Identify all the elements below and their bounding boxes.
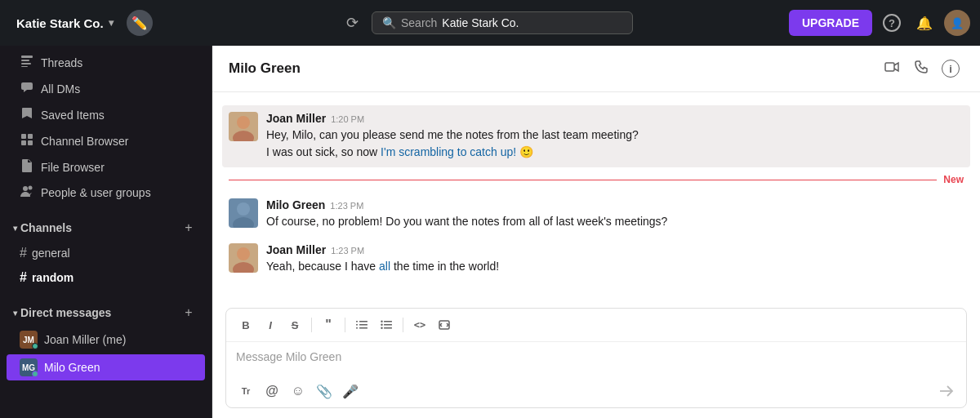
dm-item-milo[interactable]: MG Milo Green [7, 354, 205, 380]
search-bar[interactable]: 🔍 Search Katie Stark Co. [372, 11, 633, 34]
avatar-joan-1 [229, 112, 258, 141]
sidebar-item-saved[interactable]: Saved Items [7, 102, 205, 127]
channels-section-header[interactable]: ▾ Channels + [0, 211, 212, 241]
saved-icon [20, 107, 34, 122]
svg-marker-5 [24, 90, 27, 92]
msg-text-2: Of course, no problem! Do you want the n… [266, 213, 964, 230]
svg-point-10 [23, 186, 28, 191]
svg-point-11 [29, 186, 33, 190]
svg-rect-21 [359, 327, 368, 329]
blockquote-button[interactable]: " [317, 314, 340, 336]
msg-author-3: Joan Miller [266, 243, 326, 256]
ordered-list-button[interactable] [350, 314, 373, 336]
chat-area: Milo Green i [212, 46, 980, 418]
edit-icon: ✏️ [131, 16, 148, 31]
toolbar-separator-2 [345, 318, 345, 332]
code-button[interactable]: <> [408, 314, 431, 336]
channel-name-general: general [32, 247, 70, 260]
svg-rect-20 [359, 324, 368, 326]
msg-header-2: Milo Green 1:23 PM [266, 198, 964, 211]
highlight-all: all [379, 260, 390, 273]
svg-rect-25 [384, 321, 392, 322]
notifications-button[interactable]: 🔔 [911, 10, 938, 36]
italic-button[interactable]: I [259, 314, 282, 336]
sidebar-item-people[interactable]: People & user groups [7, 180, 205, 204]
dm-avatar-milo: MG [20, 358, 38, 376]
msg-content-3: Joan Miller 1:23 PM Yeah, because I have… [266, 243, 964, 275]
svg-rect-7 [28, 134, 33, 139]
svg-rect-23 [356, 324, 358, 326]
video-call-button[interactable] [879, 56, 905, 82]
msg-author-1: Joan Miller [266, 112, 326, 125]
chat-header-name: Milo Green [229, 60, 301, 77]
attach-button[interactable]: 📎 [313, 380, 336, 402]
svg-rect-22 [356, 321, 358, 322]
channels-section-left: ▾ Channels [13, 221, 72, 234]
add-channel-button[interactable]: + [179, 218, 198, 238]
new-divider-label: New [943, 174, 964, 185]
svg-point-29 [381, 324, 382, 326]
strikethrough-button[interactable]: S [283, 314, 306, 336]
text-format-button[interactable]: Tr [234, 380, 257, 402]
search-workspace-name: Katie Stark Co. [442, 16, 519, 29]
dm-chevron-icon: ▾ [13, 309, 17, 318]
avatar-image: 👤 [951, 17, 964, 29]
chat-header: Milo Green i [212, 46, 980, 92]
online-indicator-joan [32, 343, 38, 349]
sidebar-item-file-browser[interactable]: File Browser [7, 154, 205, 180]
svg-rect-27 [384, 327, 392, 329]
composer-bottom-toolbar: Tr @ ☺ 📎 🎤 [226, 375, 966, 407]
sidebar-item-threads[interactable]: Threads [7, 50, 205, 75]
svg-rect-6 [21, 134, 26, 139]
channel-item-general[interactable]: # general [7, 242, 205, 265]
search-icon: 🔍 [382, 16, 396, 29]
user-avatar[interactable]: 👤 [944, 10, 970, 36]
msg-header-3: Joan Miller 1:23 PM [266, 243, 964, 256]
sidebar-label-saved: Saved Items [41, 109, 105, 122]
code-block-button[interactable] [433, 314, 456, 336]
upgrade-button[interactable]: UPGRADE [789, 10, 872, 36]
msg-text-3: Yeah, because I have all the time in the… [266, 258, 964, 275]
unordered-list-button[interactable] [375, 314, 398, 336]
bold-button[interactable]: B [234, 314, 257, 336]
mention-button[interactable]: @ [261, 380, 283, 402]
dm-avatar-joan: JM [20, 331, 38, 349]
msg-text-1b: I was out sick, so now I'm scrambling to… [266, 144, 964, 161]
svg-rect-0 [21, 56, 33, 58]
help-button[interactable]: ? [879, 10, 905, 36]
channel-item-random[interactable]: # random [7, 266, 205, 289]
emoji-button[interactable]: ☺ [287, 380, 310, 402]
help-icon: ? [883, 14, 901, 32]
dm-item-joan[interactable]: JM Joan Miller (me) [7, 327, 205, 353]
workspace-section: Katie Stark Co. ▾ ✏️ [10, 10, 189, 36]
hash-icon-random: # [20, 270, 27, 285]
search-label: Search [401, 16, 437, 29]
workspace-title[interactable]: Katie Stark Co. ▾ [10, 13, 120, 33]
svg-rect-24 [356, 327, 358, 329]
history-button[interactable]: ⟳ [339, 10, 365, 36]
history-icon: ⟳ [346, 14, 359, 32]
send-button[interactable] [935, 380, 958, 402]
composer-input[interactable]: Message Milo Green [226, 342, 966, 375]
compose-button[interactable]: ✏️ [127, 10, 153, 36]
msg-time-1: 1:20 PM [331, 114, 364, 124]
sidebar-item-all-dms[interactable]: All DMs [7, 76, 205, 101]
sidebar-item-channel-browser[interactable]: Channel Browser [7, 128, 205, 153]
info-button[interactable]: i [938, 56, 964, 82]
msg-time-3: 1:23 PM [331, 246, 364, 256]
dm-section-header[interactable]: ▾ Direct messages + [0, 296, 212, 326]
add-dm-button[interactable]: + [179, 303, 198, 322]
svg-point-16 [233, 217, 254, 228]
composer-placeholder: Message Milo Green [236, 350, 341, 363]
audio-button[interactable]: 🎤 [339, 380, 362, 402]
avatar-joan-2 [229, 243, 258, 273]
sidebar: Threads All DMs Saved Items Channel Brow… [0, 46, 212, 418]
sidebar-label-channel-browser: Channel Browser [41, 135, 128, 148]
dm-name-milo: Milo Green [44, 361, 100, 374]
svg-rect-8 [21, 140, 26, 145]
channels-chevron-icon: ▾ [13, 224, 17, 233]
people-icon [20, 185, 34, 199]
main-content: Threads All DMs Saved Items Channel Brow… [0, 46, 980, 418]
sidebar-label-people: People & user groups [41, 186, 151, 199]
phone-call-button[interactable] [908, 56, 934, 82]
